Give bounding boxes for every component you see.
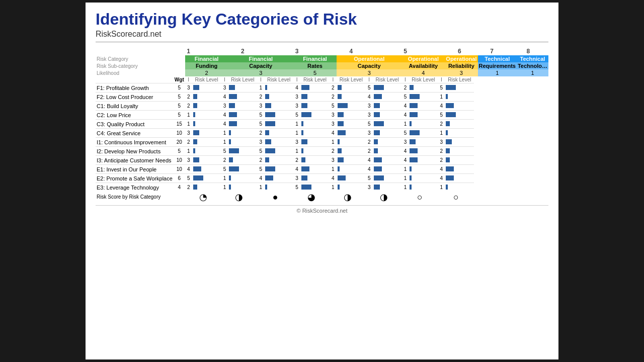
cell-i-r3c5: 3 [366,111,373,120]
cell-i-r10c2: 4 [257,174,264,183]
row-wgt-4: 15 [174,120,185,129]
row-wgt-5: 10 [174,129,185,138]
cell-i-r2c3: 3 [293,102,300,111]
cell-bar-r10c5 [373,174,402,183]
row-label-5: C4: Great Service [96,129,174,138]
col-num-spacer5 [409,47,445,55]
cell-bar-r9c1 [228,165,257,174]
cell-i-r0c7: 5 [438,83,445,93]
cell-i-r11c4: 1 [330,183,337,192]
cell-i-r8c2: 2 [257,156,264,165]
row-wgt-6: 20 [174,138,185,147]
cell-bar-r5c2 [264,129,293,138]
i-header-3: I [257,76,264,83]
cell-i-r9c1: 5 [221,165,228,174]
cell-i-r1c0: 2 [185,93,192,102]
risk-category-label: Risk Category [96,55,185,62]
cell-bar-r7c5 [373,147,402,156]
cell-bar-r9c0 [192,165,221,174]
cell-bar-r9c2 [264,165,293,174]
cell-i-r8c0: 3 [185,156,192,165]
cell-bar-r2c3 [300,102,330,111]
cell-bar-r5c4 [337,129,366,138]
score-label: Risk Score by Risk Category [96,192,174,202]
cell-i-r1c1: 4 [221,93,228,102]
i-header-7: I [402,76,409,83]
cell-i-r4c7: 2 [438,120,445,129]
col-num-7: 7 [478,47,506,55]
cell-i-r0c6: 2 [402,83,409,93]
row-wgt-8: 10 [174,156,185,165]
cell-i-r8c1: 2 [221,156,228,165]
cell-i-r8c5: 4 [366,156,373,165]
cell-i-r2c2: 3 [257,102,264,111]
cell-bar-r0c4 [337,83,366,93]
cell-bar-r10c1 [228,174,257,183]
lkl-1: 2 [185,69,228,76]
i-header-5: I [330,76,337,83]
row-label-8: I3: Anticipate Customer Needs [96,156,174,165]
cell-i-r10c0: 5 [185,174,192,183]
col-num-6: 6 [445,47,474,55]
cell-bar-r4c6 [409,120,438,129]
rl-header-3: Risk Level [264,76,293,83]
col-num-spacer1 [192,47,228,55]
cell-bar-r8c2 [264,156,293,165]
pie-5: ◑ [330,192,366,202]
cell-bar-r5c5 [373,129,402,138]
cell-bar-r11c7 [445,183,474,192]
cell-i-r1c4: 2 [330,93,337,102]
cell-bar-r0c7 [445,83,474,93]
cell-i-r4c5: 5 [366,120,373,129]
cell-bar-r3c5 [373,111,402,120]
cell-bar-r3c0 [192,111,221,120]
cell-bar-r5c6 [409,129,438,138]
cell-i-r5c0: 3 [185,129,192,138]
cell-bar-r3c1 [228,111,257,120]
cell-bar-r3c4 [337,111,366,120]
cell-bar-r0c0 [192,83,221,93]
row-label-2: C1: Build Loyalty [96,102,174,111]
cat-financial-1: Financial [185,55,228,62]
cell-i-r7c7: 2 [438,147,445,156]
cell-bar-r11c5 [373,183,402,192]
cell-bar-r3c2 [264,111,293,120]
cell-i-r10c6: 1 [402,174,409,183]
sub-funding: Funding [185,62,228,69]
cell-i-r6c2: 3 [257,138,264,147]
table-row: C3: Quality Product1514513512 [96,120,548,129]
cell-i-r6c3: 3 [293,138,300,147]
cell-i-r6c7: 3 [438,138,445,147]
cell-bar-r0c2 [264,83,293,93]
cell-bar-r9c3 [300,165,330,174]
cell-bar-r1c1 [228,93,257,102]
sub-reliability: Reliability [445,62,477,69]
cell-i-r2c4: 5 [330,102,337,111]
cell-bar-r8c3 [300,156,330,165]
cell-i-r2c0: 2 [185,102,192,111]
row-wgt-9: 10 [174,165,185,174]
cell-bar-r4c1 [228,120,257,129]
cell-bar-r5c3 [300,129,330,138]
cell-bar-r6c1 [228,138,257,147]
cell-bar-r9c6 [409,165,438,174]
cell-bar-r2c4 [337,102,366,111]
cell-i-r4c4: 3 [330,120,337,129]
cell-i-r8c3: 2 [293,156,300,165]
cell-i-r8c6: 4 [402,156,409,165]
page-title: Identifying Key Categories of Risk [96,10,548,29]
cell-i-r7c2: 5 [257,147,264,156]
cell-i-r0c3: 4 [293,83,300,93]
cell-bar-r5c1 [228,129,257,138]
cell-i-r2c6: 4 [402,102,409,111]
cell-bar-r1c6 [409,93,438,102]
cell-i-r5c3: 1 [293,129,300,138]
cell-bar-r8c6 [409,156,438,165]
cell-i-r5c1: 1 [221,129,228,138]
cell-i-r6c5: 2 [366,138,373,147]
cell-i-r3c7: 5 [438,111,445,120]
table-row: F2: Low Cost Producer524232451 [96,93,548,102]
pie-6: ◑ [366,192,402,202]
cell-bar-r4c5 [373,120,402,129]
cell-bar-r10c3 [300,174,330,183]
